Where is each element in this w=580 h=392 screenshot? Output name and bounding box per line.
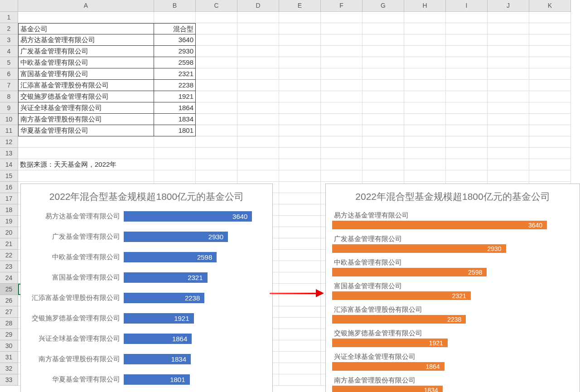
cell-E16[interactable]: [279, 182, 321, 193]
cell-H8[interactable]: [404, 91, 446, 102]
cell-H3[interactable]: [404, 34, 446, 46]
row-header-18[interactable]: 18: [0, 204, 18, 216]
cell-B2[interactable]: 混合型: [154, 23, 196, 34]
cell-C11[interactable]: [196, 125, 237, 136]
cell-K14[interactable]: [529, 159, 571, 170]
cell-G4[interactable]: [362, 46, 404, 57]
cell-E23[interactable]: [279, 261, 321, 272]
cell-D5[interactable]: [237, 57, 279, 68]
cell-J3[interactable]: [488, 34, 529, 46]
cell-E9[interactable]: [279, 102, 321, 114]
cell-K7[interactable]: [529, 80, 571, 91]
row-header-20[interactable]: 20: [0, 227, 18, 238]
cell-J5[interactable]: [488, 57, 529, 68]
cell-D9[interactable]: [237, 102, 279, 114]
row-header-14[interactable]: 14: [0, 159, 18, 170]
cell-C6[interactable]: [196, 68, 237, 80]
cell-A1[interactable]: [18, 12, 154, 23]
cell-K1[interactable]: [529, 12, 571, 23]
cell-E2[interactable]: [279, 23, 321, 34]
cell-I1[interactable]: [446, 12, 488, 23]
cell-A3[interactable]: 易方达基金管理有限公司: [18, 34, 154, 46]
cell-K3[interactable]: [529, 34, 571, 46]
cell-G9[interactable]: [362, 102, 404, 114]
cell-J12[interactable]: [488, 136, 529, 148]
column-header-D[interactable]: D: [237, 0, 279, 12]
cell-B13[interactable]: [154, 148, 196, 159]
cell-F3[interactable]: [321, 34, 362, 46]
cell-H4[interactable]: [404, 46, 446, 57]
cell-E7[interactable]: [279, 80, 321, 91]
row-header-7[interactable]: 7: [0, 80, 18, 91]
row-header-4[interactable]: 4: [0, 46, 18, 57]
cell-D4[interactable]: [237, 46, 279, 57]
cell-A6[interactable]: 富国基金管理有限公司: [18, 68, 154, 80]
cell-E6[interactable]: [279, 68, 321, 80]
row-header-25[interactable]: 25: [0, 284, 18, 295]
cell-E24[interactable]: [279, 272, 321, 284]
cell-I3[interactable]: [446, 34, 488, 46]
cell-B9[interactable]: 1864: [154, 102, 196, 114]
cell-K9[interactable]: [529, 102, 571, 114]
column-header-G[interactable]: G: [362, 0, 404, 12]
cell-F2[interactable]: [321, 23, 362, 34]
cell-B3[interactable]: 3640: [154, 34, 196, 46]
cell-C12[interactable]: [196, 136, 237, 148]
cell-B4[interactable]: 2930: [154, 46, 196, 57]
cell-J14[interactable]: [488, 159, 529, 170]
cell-K6[interactable]: [529, 68, 571, 80]
cell-G5[interactable]: [362, 57, 404, 68]
chart-object-blue[interactable]: 2022年混合型基金规模超1800亿元的基金公司 易方达基金管理有限公司3640…: [20, 184, 273, 392]
row-header-5[interactable]: 5: [0, 57, 18, 68]
cell-B1[interactable]: [154, 12, 196, 23]
cell-A14[interactable]: 数据来源：天天基金网，2022年: [18, 159, 154, 170]
cell-F4[interactable]: [321, 46, 362, 57]
cell-C10[interactable]: [196, 114, 237, 125]
row-header-33[interactable]: 33: [0, 374, 18, 386]
cell-A2[interactable]: 基金公司: [18, 23, 154, 34]
cell-D11[interactable]: [237, 125, 279, 136]
cell-I2[interactable]: [446, 23, 488, 34]
cell-A9[interactable]: 兴证全球基金管理有限公司: [18, 102, 154, 114]
cell-I6[interactable]: [446, 68, 488, 80]
cell-G2[interactable]: [362, 23, 404, 34]
cell-E8[interactable]: [279, 91, 321, 102]
cell-I15[interactable]: [446, 170, 488, 182]
row-header-17[interactable]: 17: [0, 193, 18, 204]
cell-F5[interactable]: [321, 57, 362, 68]
cell-E11[interactable]: [279, 125, 321, 136]
cell-E5[interactable]: [279, 57, 321, 68]
cell-A12[interactable]: [18, 136, 154, 148]
cell-E10[interactable]: [279, 114, 321, 125]
cell-E33[interactable]: [279, 374, 321, 386]
cell-B7[interactable]: 2238: [154, 80, 196, 91]
cell-I13[interactable]: [446, 148, 488, 159]
cell-C1[interactable]: [196, 12, 237, 23]
cell-C4[interactable]: [196, 46, 237, 57]
cell-K4[interactable]: [529, 46, 571, 57]
cell-D15[interactable]: [237, 170, 279, 182]
row-header-32[interactable]: 32: [0, 363, 18, 374]
cell-H15[interactable]: [404, 170, 446, 182]
cell-I4[interactable]: [446, 46, 488, 57]
cell-J15[interactable]: [488, 170, 529, 182]
cell-E19[interactable]: [279, 216, 321, 227]
cell-G14[interactable]: [362, 159, 404, 170]
cell-D1[interactable]: [237, 12, 279, 23]
cell-E27[interactable]: [279, 306, 321, 318]
column-header-J[interactable]: J: [488, 0, 529, 12]
row-header-8[interactable]: 8: [0, 91, 18, 102]
row-header-10[interactable]: 10: [0, 114, 18, 125]
cell-J8[interactable]: [488, 91, 529, 102]
cell-F7[interactable]: [321, 80, 362, 91]
column-header-A[interactable]: A: [18, 0, 154, 12]
column-header-K[interactable]: K: [529, 0, 571, 12]
cell-E1[interactable]: [279, 12, 321, 23]
cell-G1[interactable]: [362, 12, 404, 23]
cell-G8[interactable]: [362, 91, 404, 102]
cell-C2[interactable]: [196, 23, 237, 34]
cell-E18[interactable]: [279, 204, 321, 216]
row-header-1[interactable]: 1: [0, 12, 18, 23]
cell-K5[interactable]: [529, 57, 571, 68]
cell-F15[interactable]: [321, 170, 362, 182]
